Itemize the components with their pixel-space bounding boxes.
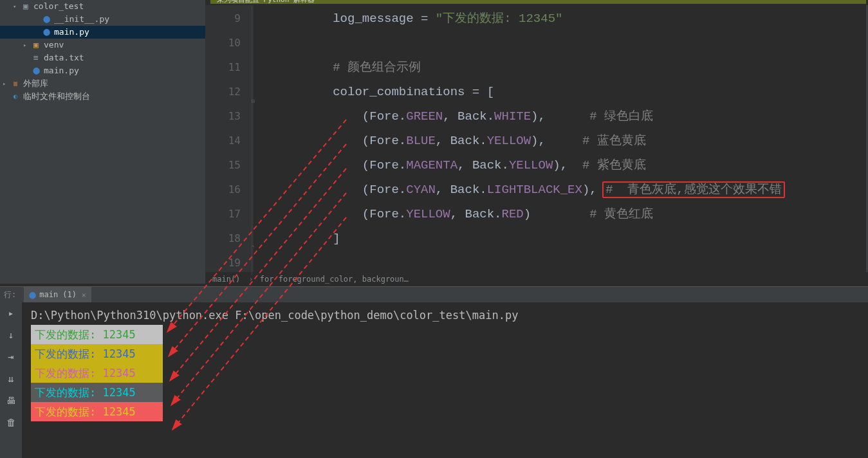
gutter-line-number[interactable]: 18⌃ <box>205 226 241 251</box>
library-icon: ▥ <box>10 78 21 89</box>
code-token: . <box>494 207 501 221</box>
code-line[interactable]: ] <box>254 226 868 251</box>
gutter-line-number[interactable]: 16 <box>205 178 241 202</box>
code-token: YELLOW <box>509 158 553 172</box>
code-token <box>531 207 589 221</box>
scroll-to-end-button[interactable]: ⇊ <box>4 372 18 386</box>
banner-text: 未为项目配置 Python 解释器 <box>217 0 315 4</box>
run-tab-label: main (1) <box>39 290 77 299</box>
breadcrumb-item[interactable]: for foreground_color, backgroun… <box>260 275 412 284</box>
print-button[interactable]: 🖶 <box>4 394 18 408</box>
code-token: ( <box>362 183 369 197</box>
code-token <box>568 158 582 172</box>
code-token: . <box>487 109 494 124</box>
tree-item--[interactable]: ▸▥外部库 <box>0 77 205 90</box>
code-line[interactable]: log_message = "下发的数据: 12345" <box>254 6 868 31</box>
project-tree[interactable]: ▾▣color_test⬤__init__.py⬤main.py▸▣venv≡d… <box>0 0 205 284</box>
code-token: ( <box>362 158 369 172</box>
code-line[interactable]: # 颜色组合示例 <box>254 55 868 80</box>
tree-item-color_test[interactable]: ▾▣color_test <box>0 0 205 13</box>
code-token: ( <box>362 134 369 148</box>
tree-item-label: data.txt <box>44 51 84 64</box>
code-token: . <box>502 158 509 172</box>
code-token: ), <box>582 183 597 197</box>
code-token: ), <box>531 134 546 148</box>
gutter-line-number[interactable]: 13 <box>205 104 241 129</box>
scratch-icon: ◐ <box>10 91 21 102</box>
code-line[interactable] <box>254 31 868 55</box>
console-output-line: 下发的数据: 12345 <box>31 325 163 344</box>
code-token <box>546 109 589 124</box>
run-console[interactable]: D:\Python\Python310\python.exe F:\open_c… <box>22 302 868 458</box>
tree-arrow-icon[interactable]: ▸ <box>3 77 9 90</box>
down-button[interactable]: ↓ <box>4 328 18 342</box>
tree-item-venv[interactable]: ▸▣venv <box>0 39 205 51</box>
code-token: log_message <box>333 12 413 26</box>
tree-arrow-icon[interactable]: ▾ <box>13 0 19 13</box>
gutter-line-number[interactable]: 10 <box>205 31 241 55</box>
interpreter-warning-banner: 未为项目配置 Python 解释器 <box>210 0 866 4</box>
code-line[interactable]: (Fore.BLUE, Back.YELLOW), # 蓝色黄底 <box>254 129 868 153</box>
code-line[interactable]: (Fore.GREEN, Back.WHITE), # 绿色白底 <box>254 104 868 129</box>
code-token: . <box>399 183 406 197</box>
code-token: . <box>399 158 406 172</box>
code-token: Back <box>465 207 494 221</box>
trash-button[interactable]: 🗑 <box>4 416 18 430</box>
gutter-line-number[interactable]: 9 <box>205 6 241 31</box>
gutter-line-number[interactable]: 12⊟ <box>205 80 241 104</box>
code-token: ) <box>524 207 531 221</box>
tree-item-label: __init__.py <box>54 13 109 26</box>
code-line[interactable]: (Fore.MAGENTA, Back.YELLOW), # 紫色黄底 <box>254 153 868 178</box>
editor-code-area[interactable]: log_message = "下发的数据: 12345" # 颜色组合示例 co… <box>254 5 868 272</box>
tree-item-main-py[interactable]: ⬤main.py <box>0 26 205 39</box>
code-token: Back <box>457 109 487 124</box>
code-token: . <box>399 207 406 221</box>
code-token: Back <box>450 183 480 197</box>
code-line[interactable]: color_combinations = [ <box>254 80 868 104</box>
code-token: ] <box>333 232 340 246</box>
code-token: = [ <box>465 85 494 99</box>
gutter-line-number[interactable]: 17 <box>205 202 241 226</box>
code-token: # 黄色红底 <box>589 207 653 221</box>
tree-item-main-py[interactable]: ⬤main.py <box>0 64 205 77</box>
code-token: , <box>436 134 450 148</box>
code-token: . <box>399 109 406 124</box>
code-editor[interactable]: 9101112⊟131415161718⌃19 log_message = "下… <box>205 5 868 272</box>
code-token: , <box>457 158 472 172</box>
gutter-line-number[interactable]: 15 <box>205 153 241 178</box>
tree-item-__init__-py[interactable]: ⬤__init__.py <box>0 13 205 26</box>
python-file-icon: ⬤ <box>31 66 41 76</box>
code-token: # 绿色白底 <box>589 109 653 124</box>
code-token: , <box>450 207 465 221</box>
code-token: Back <box>450 134 480 148</box>
text-file-icon: ≡ <box>31 53 41 63</box>
tree-arrow-icon[interactable]: ▸ <box>23 39 30 51</box>
code-token: color_combinations <box>333 85 465 99</box>
code-line[interactable]: (Fore.CYAN, Back.LIGHTBLACK_EX), # 青色灰底,… <box>254 178 868 202</box>
rerun-button[interactable]: ▸ <box>4 306 18 320</box>
python-file-icon: ⬤ <box>41 14 51 24</box>
code-token: . <box>479 134 486 148</box>
console-output-line: 下发的数据: 12345 <box>31 402 163 421</box>
code-token: WHITE <box>494 109 531 124</box>
gutter-line-number[interactable]: 14 <box>205 129 241 153</box>
run-tab-main[interactable]: ⬤ main (1) ✕ <box>24 287 91 303</box>
python-icon: ⬤ <box>29 291 36 298</box>
soft-wrap-button[interactable]: ⇥ <box>4 350 18 364</box>
code-token: , <box>443 109 457 124</box>
code-token <box>546 134 582 148</box>
breadcrumb[interactable]: main()for foreground_color, backgroun… <box>212 272 412 286</box>
code-line[interactable] <box>254 251 868 272</box>
code-token: BLUE <box>406 134 436 148</box>
tree-item-data-txt[interactable]: ≡data.txt <box>0 51 205 64</box>
code-token: # 蓝色黄底 <box>582 134 646 148</box>
run-label: 行: <box>0 289 16 300</box>
gutter-line-number[interactable]: 11 <box>205 55 241 80</box>
code-line[interactable]: (Fore.YELLOW, Back.RED) # 黄色红底 <box>254 202 868 226</box>
breadcrumb-item[interactable]: main() <box>212 275 254 284</box>
close-icon[interactable]: ✕ <box>82 291 86 299</box>
code-token: YELLOW <box>406 207 450 221</box>
tree-item--[interactable]: ◐临时文件和控制台 <box>0 90 205 103</box>
code-token: GREEN <box>406 109 443 124</box>
code-token: # 青色灰底,感觉这个效果不错 <box>602 181 785 198</box>
